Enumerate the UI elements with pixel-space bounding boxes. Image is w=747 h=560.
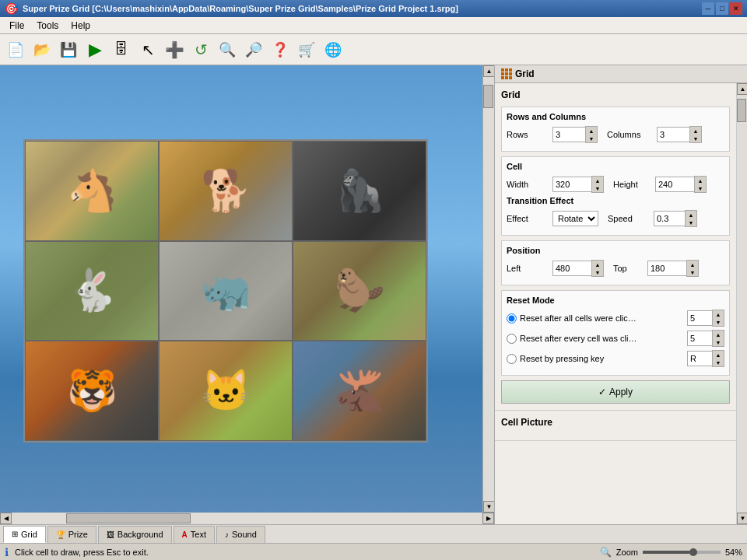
menu-tools[interactable]: Tools xyxy=(30,19,65,33)
effect-select-wrapper[interactable]: Rotate Fade Slide None xyxy=(552,211,598,226)
apply-button[interactable]: ✓ Apply xyxy=(501,380,730,404)
database-button[interactable]: 🗄 xyxy=(109,37,134,62)
reset-option2-radio[interactable] xyxy=(507,334,517,344)
horizontal-scrollbar[interactable]: ◀ ▶ xyxy=(0,513,494,524)
zoom-in-button[interactable]: 🔎 xyxy=(241,37,266,62)
reset-opt2-down[interactable]: ▼ xyxy=(713,338,724,346)
maximize-button[interactable]: □ xyxy=(716,2,728,15)
speed-down-button[interactable]: ▼ xyxy=(686,219,696,226)
reset-option3-input[interactable] xyxy=(687,351,712,366)
tab-sound[interactable]: ♪ Sound xyxy=(216,526,265,543)
panel-scroll-up[interactable]: ▲ xyxy=(737,83,747,95)
panel-scroll-down[interactable]: ▼ xyxy=(737,513,747,524)
globe-button[interactable]: 🌐 xyxy=(321,37,345,62)
reset-opt3-up[interactable]: ▲ xyxy=(713,351,724,359)
scroll-track[interactable] xyxy=(483,77,494,501)
apply-checkmark: ✓ xyxy=(598,387,606,397)
hscroll-track[interactable] xyxy=(12,513,482,524)
rows-down-button[interactable]: ▼ xyxy=(586,135,597,142)
help-button[interactable]: ❓ xyxy=(268,37,293,62)
close-button[interactable]: ✕ xyxy=(730,2,742,15)
panel-scroll-thumb[interactable] xyxy=(737,99,746,122)
tab-grid[interactable]: ⊞ Grid xyxy=(3,526,46,543)
rows-spinner[interactable]: ▲ ▼ xyxy=(552,126,598,143)
top-down-button[interactable]: ▼ xyxy=(687,268,698,276)
reset-option1-radio[interactable] xyxy=(507,313,517,324)
left-input[interactable] xyxy=(552,261,591,276)
rows-input[interactable] xyxy=(552,127,585,142)
reset-option1-spinner[interactable]: ▲ ▼ xyxy=(687,310,724,327)
grid-cell-horse[interactable]: 🐴 xyxy=(25,141,159,241)
grid-cell-cat[interactable]: 🐱 xyxy=(159,341,293,441)
grid-cell-dog[interactable]: 🐕 xyxy=(159,141,293,241)
speed-spinner[interactable]: ▲ ▼ xyxy=(654,210,697,227)
vertical-scrollbar[interactable]: ▲ ▼ xyxy=(482,65,494,513)
grid-cell-rhino[interactable]: 🦏 xyxy=(159,241,293,341)
grid-cell-rabbit[interactable]: 🐇 xyxy=(25,241,159,341)
reset-option3-radio[interactable] xyxy=(507,354,517,364)
zoom-thumb[interactable] xyxy=(689,548,697,556)
reset-option1-input[interactable] xyxy=(687,310,712,326)
new-button[interactable]: 📄 xyxy=(3,37,28,62)
columns-input[interactable] xyxy=(657,127,689,142)
panel-scroll-track[interactable] xyxy=(737,95,747,513)
add-button[interactable]: ➕ xyxy=(162,37,187,62)
cursor-button[interactable]: ↖ xyxy=(135,37,160,62)
canvas-area[interactable]: 🐴 🐕 🦍 🐇 🦏 🦫 xyxy=(0,65,482,513)
menu-help[interactable]: Help xyxy=(65,19,96,33)
height-spinner[interactable]: ▲ ▼ xyxy=(655,176,707,193)
menu-file[interactable]: File xyxy=(3,19,30,33)
minimize-button[interactable]: ─ xyxy=(702,2,714,15)
run-button[interactable]: ▶ xyxy=(82,37,107,62)
open-button[interactable]: 📂 xyxy=(30,37,54,62)
scroll-thumb[interactable] xyxy=(483,85,493,108)
grid-cell-beaver[interactable]: 🦫 xyxy=(293,241,426,341)
cell-title: Cell xyxy=(507,162,724,171)
reset-option2-spinner[interactable]: ▲ ▼ xyxy=(687,330,724,347)
save-button[interactable]: 💾 xyxy=(56,37,81,62)
width-spinner[interactable]: ▲ ▼ xyxy=(552,176,604,193)
width-input[interactable] xyxy=(552,177,591,192)
tab-prize[interactable]: 🏆 Prize xyxy=(47,526,96,543)
columns-down-button[interactable]: ▼ xyxy=(690,135,701,142)
reset-option3-spinner[interactable]: ▲ ▼ xyxy=(687,350,724,367)
height-down-button[interactable]: ▼ xyxy=(695,184,706,192)
width-up-button[interactable]: ▲ xyxy=(592,177,603,184)
cart-button[interactable]: 🛒 xyxy=(294,37,319,62)
grid-cell-tiger[interactable]: 🐯 xyxy=(25,341,159,441)
grid-cell-gorilla[interactable]: 🦍 xyxy=(293,141,426,241)
scroll-left-button[interactable]: ◀ xyxy=(0,513,12,524)
scroll-down-button[interactable]: ▼ xyxy=(483,501,495,513)
left-up-button[interactable]: ▲ xyxy=(592,261,603,268)
columns-up-button[interactable]: ▲ xyxy=(690,127,701,135)
tab-text[interactable]: A Text xyxy=(174,526,215,543)
width-down-button[interactable]: ▼ xyxy=(592,184,603,192)
top-up-button[interactable]: ▲ xyxy=(687,261,698,268)
zoom-slider[interactable] xyxy=(643,551,721,554)
reset-option2-input[interactable] xyxy=(687,331,712,346)
panel-vertical-scrollbar[interactable]: ▲ ▼ xyxy=(736,83,747,524)
speed-up-button[interactable]: ▲ xyxy=(686,211,696,219)
reset-opt1-up[interactable]: ▲ xyxy=(713,310,724,318)
scroll-right-button[interactable]: ▶ xyxy=(482,513,494,524)
effect-select[interactable]: Rotate Fade Slide None xyxy=(552,211,598,226)
zoom-icon: 🔍 xyxy=(600,547,612,558)
reset-opt1-down[interactable]: ▼ xyxy=(713,318,724,326)
zoom-fit-button[interactable]: 🔍 xyxy=(215,37,240,62)
reset-opt2-up[interactable]: ▲ xyxy=(713,331,724,338)
height-input[interactable] xyxy=(655,177,694,192)
reset-opt3-down[interactable]: ▼ xyxy=(713,359,724,366)
top-spinner[interactable]: ▲ ▼ xyxy=(647,260,699,277)
columns-spinner[interactable]: ▲ ▼ xyxy=(657,126,702,143)
height-up-button[interactable]: ▲ xyxy=(695,177,706,184)
top-input[interactable] xyxy=(647,261,686,276)
scroll-up-button[interactable]: ▲ xyxy=(483,65,495,77)
hscroll-thumb[interactable] xyxy=(66,513,191,523)
rows-up-button[interactable]: ▲ xyxy=(586,127,597,135)
tab-background[interactable]: 🖼 Background xyxy=(98,526,172,543)
speed-input[interactable] xyxy=(654,211,685,226)
reset-button[interactable]: ↺ xyxy=(188,37,213,62)
left-spinner[interactable]: ▲ ▼ xyxy=(552,260,604,277)
grid-cell-moose[interactable]: 🫎 xyxy=(293,341,426,441)
left-down-button[interactable]: ▼ xyxy=(592,268,603,276)
